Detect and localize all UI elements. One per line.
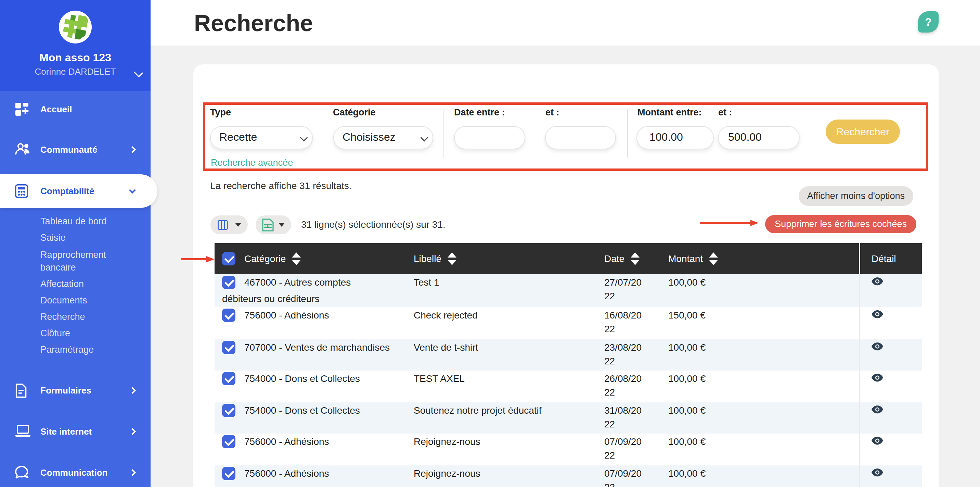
svg-text:XLSX: XLSX [264, 224, 272, 228]
